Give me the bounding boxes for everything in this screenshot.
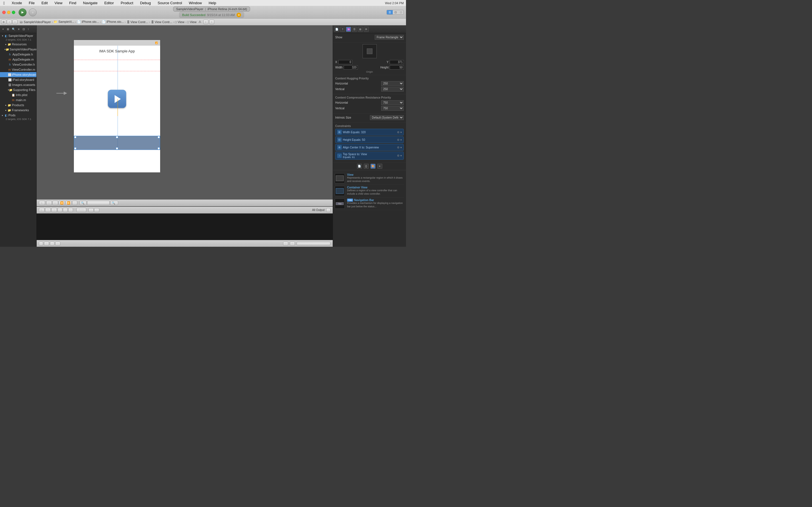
status-right-btn2[interactable]: ⊞	[290, 242, 295, 245]
constraint-topspace-gear[interactable]: ⚙ ▾	[397, 154, 402, 157]
breadcrumb-4[interactable]: 📄 iPhone.sto...	[102, 20, 124, 24]
nav-grid-btn[interactable]: ⊞	[1, 20, 6, 24]
window-close[interactable]	[2, 11, 6, 14]
inspector-quick-btn[interactable]: ?	[340, 27, 345, 32]
sidebar-item-viewcontroller-h[interactable]: h ViewController.h	[0, 62, 36, 67]
nav-forward-btn[interactable]: ›	[12, 20, 17, 24]
ccr-vertical-dropdown[interactable]: 750	[381, 106, 404, 111]
show-dropdown[interactable]: Frame Rectangle	[375, 35, 404, 40]
debug-btn-up[interactable]: ↑	[68, 208, 73, 212]
breadcrumb-5[interactable]: 🎛 View Contr...	[126, 20, 148, 24]
debug-btn-step-in[interactable]: ↴	[51, 208, 57, 212]
y-input[interactable]	[390, 60, 404, 64]
run-button[interactable]: ▶	[18, 8, 27, 16]
right-attr-icon[interactable]: 🎨	[370, 164, 375, 169]
source-control-menu[interactable]: Source Control	[156, 1, 183, 5]
debug-btn-continue[interactable]: ▶	[39, 208, 45, 212]
selected-view[interactable]	[74, 136, 160, 150]
sidebar-item-svp-folder[interactable]: ▾ 📁 SampleVideoPlayer	[0, 47, 36, 52]
find-menu[interactable]: Find	[68, 1, 77, 5]
status-add-btn[interactable]: +	[39, 242, 43, 245]
constraint-width-gear[interactable]: ⚙ ▾	[397, 131, 402, 134]
breadcrumb-6[interactable]: 🎛 View Contr...	[151, 20, 172, 24]
auto-select[interactable]: Auto	[77, 208, 86, 212]
sidebar-item-pods[interactable]: ▸ ◧ Pods	[0, 113, 36, 118]
nav-back-btn[interactable]: ‹	[7, 20, 12, 24]
sidebar-item-project[interactable]: ▾ ◧ SampleVideoPlayer	[0, 33, 36, 38]
ch-vertical-dropdown[interactable]: 250	[381, 87, 404, 92]
debug-btn-step-over[interactable]: ↷	[45, 208, 51, 212]
playback-btn-4[interactable]: ⏩	[65, 201, 71, 205]
debug-btn-step-out[interactable]: ↑	[57, 208, 62, 212]
sidebar-item-images[interactable]: 🖼 Images.xcassets	[0, 82, 36, 87]
debug-view-btn1[interactable]: ☀	[89, 208, 94, 212]
handle-tr[interactable]	[158, 136, 160, 138]
inspector-size-btn[interactable]: ⊞	[358, 27, 363, 32]
constraint-height-gear[interactable]: ⚙ ▾	[397, 138, 402, 142]
view-debug-btn[interactable]: ⊡	[393, 10, 398, 14]
handle-tc[interactable]	[116, 136, 118, 138]
status-console-btn[interactable]: ≡	[50, 242, 54, 245]
debug-menu[interactable]: Debug	[139, 1, 152, 5]
playback-btn-3[interactable]: ⏪	[59, 201, 65, 205]
view-navigator-btn[interactable]: ☰	[387, 10, 393, 14]
right-code-icon[interactable]: {}	[364, 164, 369, 169]
inspector-connections-btn[interactable]: ⟳	[364, 27, 369, 32]
debug-view-btn2[interactable]: ⊡	[94, 208, 99, 212]
breadcrumb-nav-right[interactable]: ›	[209, 20, 214, 24]
file-menu[interactable]: File	[28, 1, 36, 5]
constraint-centerx-gear[interactable]: ⚙ ▾	[397, 146, 402, 149]
width-input[interactable]	[344, 65, 358, 69]
sidebar-item-ipad-storyboard[interactable]: ⬜ iPad.storyboard	[0, 77, 36, 82]
breadcrumb-7[interactable]: □ View	[175, 20, 184, 24]
view-utilities-btn[interactable]: □	[398, 10, 403, 14]
inspector-attr-btn[interactable]: ☰	[352, 27, 357, 32]
window-zoom[interactable]	[12, 11, 15, 14]
sidebar-add-btn[interactable]: +	[1, 27, 5, 31]
window-menu[interactable]: Window	[188, 1, 203, 5]
right-list-icon[interactable]: ≡	[377, 164, 382, 169]
sidebar-item-infoplist[interactable]: 📋 Info.plist	[0, 93, 36, 98]
editor-menu[interactable]: Editor	[103, 1, 115, 5]
sidebar-search-btn[interactable]: 🔍	[11, 27, 16, 31]
xcode-menu[interactable]: Xcode	[10, 1, 23, 5]
breadcrumb-3[interactable]: 📄 iPhone.sto...	[77, 20, 99, 24]
sidebar-item-iphone-storyboard[interactable]: ⬜ iPhone.storyboard M	[0, 72, 36, 77]
playback-btn-5[interactable]: ◻	[72, 201, 77, 205]
stop-button[interactable]: ■	[29, 8, 37, 16]
search-bar[interactable]	[297, 242, 331, 245]
play-state-btn[interactable]: ▶	[39, 201, 45, 205]
inspector-file-btn[interactable]: 📄	[334, 27, 339, 32]
breadcrumb-1[interactable]: 🗂 SampleVideoPlayer	[20, 20, 51, 24]
breadcrumb-2[interactable]: 📁 SampleVi...	[54, 20, 74, 24]
sidebar-item-viewcontroller-m[interactable]: m ViewController.m	[0, 67, 36, 72]
warning-badge[interactable]: 3	[237, 13, 241, 17]
handle-bc[interactable]	[116, 147, 118, 150]
help-menu[interactable]: Help	[207, 1, 217, 5]
apple-menu[interactable]: 	[2, 1, 6, 5]
sidebar-item-appdelegate-m[interactable]: m AppDelegate.m	[0, 57, 36, 62]
ch-horizontal-dropdown[interactable]: 250	[381, 81, 404, 86]
canvas-area[interactable]: 📶 IMA SDK Sample App	[37, 25, 333, 206]
window-minimize[interactable]	[7, 11, 10, 14]
ccr-horizontal-dropdown[interactable]: 750	[381, 100, 404, 105]
handle-tl[interactable]	[74, 136, 77, 138]
sidebar-item-products[interactable]: ▸ 📁 Products	[0, 103, 36, 108]
sidebar-hierarchy-btn[interactable]: ⊡	[21, 27, 26, 31]
zoom-out-btn[interactable]: 🔍-	[80, 201, 87, 205]
right-file-icon[interactable]: 📄	[357, 164, 362, 169]
zoom-slider[interactable]	[87, 201, 110, 205]
handle-br[interactable]	[158, 147, 160, 150]
playback-btn-2[interactable]: ⏭	[52, 201, 58, 205]
sidebar-filter-btn[interactable]: ⊞	[6, 27, 10, 31]
product-menu[interactable]: Product	[119, 1, 135, 5]
edit-menu[interactable]: Edit	[40, 1, 49, 5]
sidebar-item-supporting[interactable]: ▾ 📁 Supporting Files	[0, 87, 36, 93]
status-error-btn[interactable]: ⚠	[44, 242, 49, 245]
inspector-identity-btn[interactable]: 🆔	[346, 27, 351, 32]
status-location-btn[interactable]: ◎	[55, 242, 60, 245]
intrinsic-dropdown[interactable]: Default (System Defined)	[370, 115, 404, 120]
sidebar-item-appdelegate-h[interactable]: h AppDelegate.h	[0, 52, 36, 57]
height-input[interactable]	[390, 65, 404, 69]
output-dropdown[interactable]: ▾	[326, 208, 331, 212]
